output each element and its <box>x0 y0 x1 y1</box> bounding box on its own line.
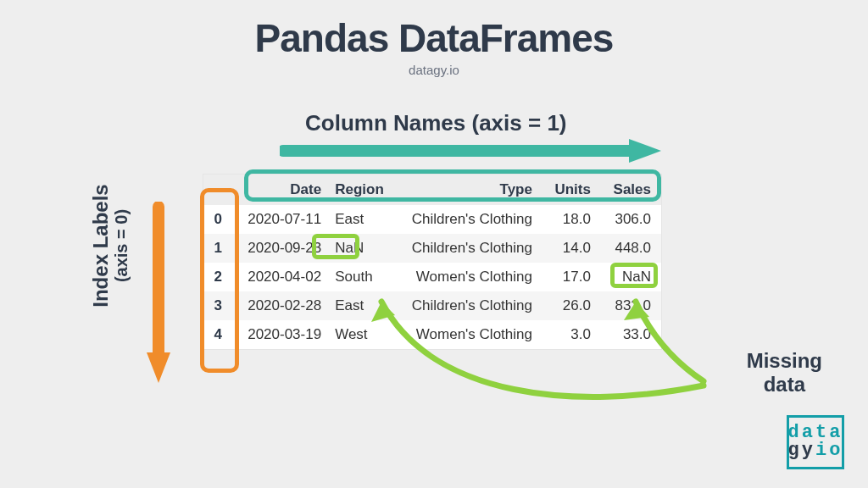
header-date: Date <box>234 175 331 205</box>
header-units: Units <box>542 175 601 205</box>
cell-date: 2020-03-19 <box>234 320 331 349</box>
table-row: 1 2020-09-23 NaN Children's Clothing 14.… <box>203 234 661 263</box>
page-title: Pandas DataFrames <box>0 15 868 61</box>
table-row: 0 2020-07-11 East Children's Clothing 18… <box>203 205 661 234</box>
logo-line2a: gy <box>788 440 815 461</box>
cell-region: South <box>331 263 396 291</box>
cell-date: 2020-07-11 <box>234 205 331 234</box>
header-sales: Sales <box>601 175 661 205</box>
cell-region: East <box>331 205 396 234</box>
columns-axis-label: Column Names (axis = 1) <box>305 110 567 136</box>
cell-units: 14.0 <box>542 234 601 263</box>
cell-type: Children's Clothing <box>397 205 542 234</box>
cell-date: 2020-02-28 <box>234 291 331 320</box>
logo-line2b: io <box>815 440 843 461</box>
cell-index: 0 <box>203 205 234 234</box>
cell-region: NaN <box>331 234 396 263</box>
missing-data-arrows <box>364 288 721 415</box>
cell-index: 4 <box>203 320 234 349</box>
header-type: Type <box>397 175 542 205</box>
cell-date: 2020-04-02 <box>234 263 331 291</box>
cell-sales: NaN <box>601 263 661 291</box>
cell-type: Women's Clothing <box>397 263 542 291</box>
cell-date: 2020-09-23 <box>234 234 331 263</box>
table-row: 2 2020-04-02 South Women's Clothing 17.0… <box>203 263 661 291</box>
datagy-logo: data gyio <box>787 415 844 469</box>
index-axis-sublabel: (axis = 0) <box>112 152 131 339</box>
cell-sales: 306.0 <box>601 205 661 234</box>
index-axis-label: Index Labels <box>90 152 112 339</box>
cell-units: 18.0 <box>542 205 601 234</box>
cell-index: 2 <box>203 263 234 291</box>
cell-index: 1 <box>203 234 234 263</box>
cell-sales: 448.0 <box>601 234 661 263</box>
header-index <box>203 175 234 205</box>
cell-units: 17.0 <box>542 263 601 291</box>
header-region: Region <box>331 175 396 205</box>
svg-marker-1 <box>629 139 661 163</box>
svg-marker-3 <box>147 352 170 383</box>
missing-data-label: Missing data <box>747 349 822 396</box>
cell-type: Children's Clothing <box>397 234 542 263</box>
columns-arrow-icon <box>280 137 661 164</box>
index-axis-label-group: Index Labels (axis = 0) <box>90 152 131 339</box>
cell-index: 3 <box>203 291 234 320</box>
index-arrow-icon <box>146 202 171 383</box>
table-header-row: Date Region Type Units Sales <box>203 175 661 205</box>
page-subtitle: datagy.io <box>0 63 868 77</box>
